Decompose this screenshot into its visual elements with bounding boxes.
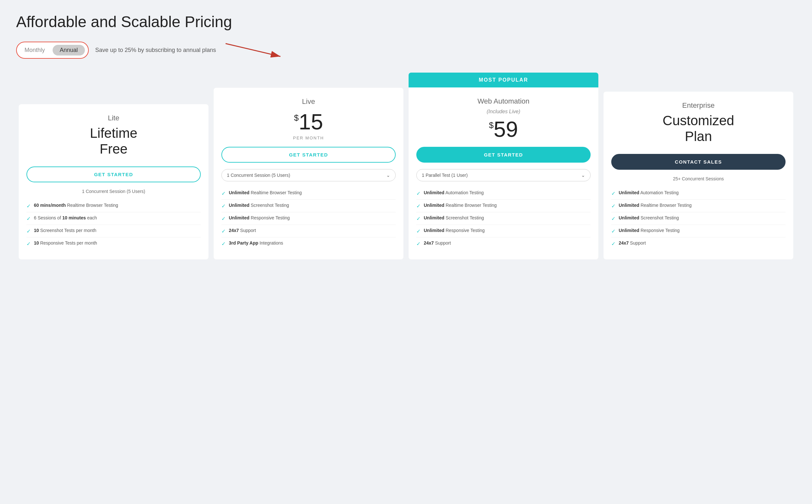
check-icon: ✓ bbox=[611, 241, 615, 247]
web-automation-sessions-dropdown[interactable]: 1 Parallel Test (1 User) ⌄ bbox=[416, 169, 591, 181]
feature-text: Unlimited Responsive Testing bbox=[619, 228, 680, 233]
live-sessions-dropdown[interactable]: 1 Concurrent Session (5 Users) ⌄ bbox=[221, 169, 396, 181]
feature-text: Unlimited Screenshot Testing bbox=[619, 215, 679, 220]
check-icon: ✓ bbox=[26, 228, 31, 234]
annual-toggle[interactable]: Annual bbox=[53, 45, 85, 55]
feature-text: Unlimited Responsive Testing bbox=[424, 228, 485, 233]
check-icon: ✓ bbox=[221, 228, 226, 234]
feature-text: Unlimited Screenshot Testing bbox=[424, 215, 484, 220]
feature-text: Unlimited Screenshot Testing bbox=[229, 203, 289, 208]
feature-item: ✓ Unlimited Automation Testing bbox=[611, 187, 786, 200]
check-icon: ✓ bbox=[416, 216, 421, 222]
web-automation-get-started-button[interactable]: GET STARTED bbox=[416, 147, 591, 163]
check-icon: ✓ bbox=[26, 241, 31, 247]
feature-text: 24x7 Support bbox=[619, 240, 646, 246]
feature-item: ✓ Unlimited Screenshot Testing bbox=[611, 212, 786, 225]
check-icon: ✓ bbox=[26, 203, 31, 209]
enterprise-plan-price: CustomizedPlan bbox=[611, 113, 786, 144]
check-icon: ✓ bbox=[416, 203, 421, 209]
check-icon: ✓ bbox=[611, 216, 615, 222]
enterprise-plan-name: Enterprise bbox=[611, 101, 786, 110]
check-icon: ✓ bbox=[611, 203, 615, 209]
red-arrow-indicator bbox=[222, 40, 287, 60]
feature-text: 6 Sessions of 10 minutes each bbox=[34, 215, 97, 220]
feature-item: ✓ Unlimited Responsive Testing bbox=[416, 225, 591, 237]
feature-item: ✓ 24x7 Support bbox=[221, 225, 396, 237]
check-icon: ✓ bbox=[221, 203, 226, 209]
plan-live: Live $15 PER MONTH GET STARTED 1 Concurr… bbox=[214, 88, 403, 259]
check-icon: ✓ bbox=[221, 216, 226, 222]
feature-item: ✓ Unlimited Screenshot Testing bbox=[416, 212, 591, 225]
live-get-started-button[interactable]: GET STARTED bbox=[221, 147, 396, 163]
feature-text: Unlimited Realtime Browser Testing bbox=[229, 190, 302, 195]
check-icon: ✓ bbox=[416, 190, 421, 197]
save-text: Save up to 25% by subscribing to annual … bbox=[95, 47, 216, 54]
svg-line-1 bbox=[226, 44, 280, 56]
feature-text: 24x7 Support bbox=[424, 240, 451, 246]
monthly-toggle[interactable]: Monthly bbox=[20, 45, 49, 55]
live-plan-name: Live bbox=[221, 97, 396, 106]
feature-text: Unlimited Realtime Browser Testing bbox=[424, 203, 497, 208]
web-automation-includes: (Includes Live) bbox=[416, 109, 591, 115]
lite-get-started-button[interactable]: GET STARTED bbox=[26, 166, 201, 182]
feature-text: 60 mins/month Realtime Browser Testing bbox=[34, 203, 118, 208]
feature-text: 10 Responsive Tests per month bbox=[34, 240, 97, 246]
feature-item: ✓ 60 mins/month Realtime Browser Testing bbox=[26, 200, 201, 212]
feature-item: ✓ 6 Sessions of 10 minutes each bbox=[26, 212, 201, 225]
feature-item: ✓ Unlimited Responsive Testing bbox=[221, 212, 396, 225]
most-popular-badge: MOST POPULAR bbox=[409, 73, 598, 87]
feature-text: 24x7 Support bbox=[229, 228, 256, 233]
enterprise-contact-sales-button[interactable]: CONTACT SALES bbox=[611, 154, 786, 170]
plan-web-automation-wrapper: MOST POPULAR Web Automation (Includes Li… bbox=[406, 73, 601, 259]
check-icon: ✓ bbox=[611, 190, 615, 197]
plan-enterprise: Enterprise CustomizedPlan CONTACT SALES … bbox=[604, 92, 793, 259]
feature-item: ✓ 3rd Party App Integrations bbox=[221, 237, 396, 250]
feature-item: ✓ 24x7 Support bbox=[416, 237, 591, 250]
feature-item: ✓ Unlimited Realtime Browser Testing bbox=[221, 187, 396, 200]
check-icon: ✓ bbox=[611, 228, 615, 234]
billing-toggle-section: Monthly Annual Save up to 25% by subscri… bbox=[16, 40, 796, 60]
live-plan-price: $15 bbox=[221, 109, 396, 134]
lite-plan-name: Lite bbox=[26, 114, 201, 122]
web-automation-plan-name: Web Automation bbox=[416, 97, 591, 106]
plans-grid: Lite LifetimeFree GET STARTED 1 Concurre… bbox=[16, 73, 796, 259]
check-icon: ✓ bbox=[416, 241, 421, 247]
feature-item: ✓ Unlimited Realtime Browser Testing bbox=[416, 200, 591, 212]
feature-text: 10 Screenshot Tests per month bbox=[34, 228, 96, 233]
feature-text: Unlimited Responsive Testing bbox=[229, 215, 290, 220]
billing-toggle-wrapper: Monthly Annual bbox=[16, 42, 89, 59]
feature-text: Unlimited Realtime Browser Testing bbox=[619, 203, 692, 208]
feature-item: ✓ Unlimited Screenshot Testing bbox=[221, 200, 396, 212]
enterprise-features: ✓ Unlimited Automation Testing ✓ Unlimit… bbox=[611, 187, 786, 250]
plan-lite: Lite LifetimeFree GET STARTED 1 Concurre… bbox=[19, 104, 208, 259]
page-title: Affordable and Scalable Pricing bbox=[16, 13, 796, 31]
web-automation-features: ✓ Unlimited Automation Testing ✓ Unlimit… bbox=[416, 187, 591, 250]
feature-item: ✓ Unlimited Responsive Testing bbox=[611, 225, 786, 237]
lite-sessions: 1 Concurrent Session (5 Users) bbox=[26, 189, 201, 194]
web-automation-price: $59 bbox=[416, 116, 591, 142]
plan-web-automation: Web Automation (Includes Live) $59 GET S… bbox=[409, 87, 598, 259]
live-features: ✓ Unlimited Realtime Browser Testing ✓ U… bbox=[221, 187, 396, 250]
check-icon: ✓ bbox=[221, 190, 226, 197]
feature-text: Unlimited Automation Testing bbox=[619, 190, 679, 195]
enterprise-sessions: 25+ Concurrent Sessions bbox=[611, 176, 786, 181]
feature-text: 3rd Party App Integrations bbox=[229, 240, 283, 246]
check-icon: ✓ bbox=[26, 216, 31, 222]
live-price-sub: PER MONTH bbox=[221, 136, 396, 140]
feature-item: ✓ 10 Responsive Tests per month bbox=[26, 237, 201, 250]
check-icon: ✓ bbox=[221, 241, 226, 247]
feature-item: ✓ 24x7 Support bbox=[611, 237, 786, 250]
feature-item: ✓ Unlimited Realtime Browser Testing bbox=[611, 200, 786, 212]
feature-item: ✓ 10 Screenshot Tests per month bbox=[26, 225, 201, 237]
lite-features: ✓ 60 mins/month Realtime Browser Testing… bbox=[26, 200, 201, 250]
lite-plan-price: LifetimeFree bbox=[26, 126, 201, 157]
feature-item: ✓ Unlimited Automation Testing bbox=[416, 187, 591, 200]
check-icon: ✓ bbox=[416, 228, 421, 234]
feature-text: Unlimited Automation Testing bbox=[424, 190, 484, 195]
